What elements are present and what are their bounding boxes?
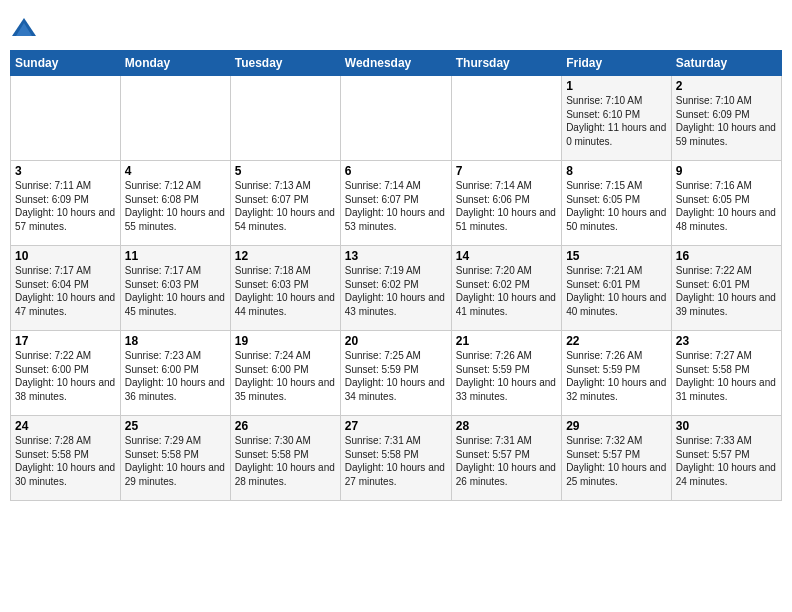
calendar-week-3: 10Sunrise: 7:17 AM Sunset: 6:04 PM Dayli… [11, 246, 782, 331]
calendar-cell: 26Sunrise: 7:30 AM Sunset: 5:58 PM Dayli… [230, 416, 340, 501]
logo-icon [10, 14, 38, 42]
calendar-cell [120, 76, 230, 161]
calendar-cell [340, 76, 451, 161]
day-number: 10 [15, 249, 116, 263]
day-number: 14 [456, 249, 557, 263]
day-info: Sunrise: 7:10 AM Sunset: 6:09 PM Dayligh… [676, 94, 777, 148]
day-info: Sunrise: 7:24 AM Sunset: 6:00 PM Dayligh… [235, 349, 336, 403]
calendar-header: SundayMondayTuesdayWednesdayThursdayFrid… [11, 51, 782, 76]
calendar-week-5: 24Sunrise: 7:28 AM Sunset: 5:58 PM Dayli… [11, 416, 782, 501]
day-info: Sunrise: 7:11 AM Sunset: 6:09 PM Dayligh… [15, 179, 116, 233]
calendar-body: 1Sunrise: 7:10 AM Sunset: 6:10 PM Daylig… [11, 76, 782, 501]
day-number: 16 [676, 249, 777, 263]
day-info: Sunrise: 7:31 AM Sunset: 5:58 PM Dayligh… [345, 434, 447, 488]
calendar-cell: 23Sunrise: 7:27 AM Sunset: 5:58 PM Dayli… [671, 331, 781, 416]
day-header-thursday: Thursday [451, 51, 561, 76]
day-number: 19 [235, 334, 336, 348]
day-info: Sunrise: 7:19 AM Sunset: 6:02 PM Dayligh… [345, 264, 447, 318]
day-info: Sunrise: 7:10 AM Sunset: 6:10 PM Dayligh… [566, 94, 667, 148]
day-number: 23 [676, 334, 777, 348]
calendar-table: SundayMondayTuesdayWednesdayThursdayFrid… [10, 50, 782, 501]
calendar-cell: 25Sunrise: 7:29 AM Sunset: 5:58 PM Dayli… [120, 416, 230, 501]
calendar-cell: 29Sunrise: 7:32 AM Sunset: 5:57 PM Dayli… [562, 416, 672, 501]
day-header-saturday: Saturday [671, 51, 781, 76]
day-header-wednesday: Wednesday [340, 51, 451, 76]
calendar-cell: 11Sunrise: 7:17 AM Sunset: 6:03 PM Dayli… [120, 246, 230, 331]
calendar-cell: 10Sunrise: 7:17 AM Sunset: 6:04 PM Dayli… [11, 246, 121, 331]
calendar-cell: 20Sunrise: 7:25 AM Sunset: 5:59 PM Dayli… [340, 331, 451, 416]
day-number: 30 [676, 419, 777, 433]
day-number: 22 [566, 334, 667, 348]
calendar-cell: 21Sunrise: 7:26 AM Sunset: 5:59 PM Dayli… [451, 331, 561, 416]
calendar-cell: 14Sunrise: 7:20 AM Sunset: 6:02 PM Dayli… [451, 246, 561, 331]
calendar-cell [230, 76, 340, 161]
calendar-cell: 4Sunrise: 7:12 AM Sunset: 6:08 PM Daylig… [120, 161, 230, 246]
calendar-cell: 9Sunrise: 7:16 AM Sunset: 6:05 PM Daylig… [671, 161, 781, 246]
day-number: 2 [676, 79, 777, 93]
day-number: 27 [345, 419, 447, 433]
calendar-cell: 8Sunrise: 7:15 AM Sunset: 6:05 PM Daylig… [562, 161, 672, 246]
day-info: Sunrise: 7:22 AM Sunset: 6:00 PM Dayligh… [15, 349, 116, 403]
calendar-cell: 30Sunrise: 7:33 AM Sunset: 5:57 PM Dayli… [671, 416, 781, 501]
day-info: Sunrise: 7:17 AM Sunset: 6:03 PM Dayligh… [125, 264, 226, 318]
day-number: 8 [566, 164, 667, 178]
calendar-cell [451, 76, 561, 161]
day-number: 28 [456, 419, 557, 433]
day-header-monday: Monday [120, 51, 230, 76]
day-info: Sunrise: 7:23 AM Sunset: 6:00 PM Dayligh… [125, 349, 226, 403]
day-number: 11 [125, 249, 226, 263]
calendar-week-1: 1Sunrise: 7:10 AM Sunset: 6:10 PM Daylig… [11, 76, 782, 161]
day-number: 13 [345, 249, 447, 263]
day-info: Sunrise: 7:13 AM Sunset: 6:07 PM Dayligh… [235, 179, 336, 233]
day-info: Sunrise: 7:27 AM Sunset: 5:58 PM Dayligh… [676, 349, 777, 403]
day-info: Sunrise: 7:30 AM Sunset: 5:58 PM Dayligh… [235, 434, 336, 488]
calendar-cell [11, 76, 121, 161]
calendar-cell: 15Sunrise: 7:21 AM Sunset: 6:01 PM Dayli… [562, 246, 672, 331]
calendar-cell: 3Sunrise: 7:11 AM Sunset: 6:09 PM Daylig… [11, 161, 121, 246]
calendar-week-2: 3Sunrise: 7:11 AM Sunset: 6:09 PM Daylig… [11, 161, 782, 246]
day-header-tuesday: Tuesday [230, 51, 340, 76]
calendar-cell: 27Sunrise: 7:31 AM Sunset: 5:58 PM Dayli… [340, 416, 451, 501]
day-info: Sunrise: 7:14 AM Sunset: 6:07 PM Dayligh… [345, 179, 447, 233]
day-number: 7 [456, 164, 557, 178]
day-info: Sunrise: 7:21 AM Sunset: 6:01 PM Dayligh… [566, 264, 667, 318]
day-info: Sunrise: 7:22 AM Sunset: 6:01 PM Dayligh… [676, 264, 777, 318]
day-info: Sunrise: 7:26 AM Sunset: 5:59 PM Dayligh… [566, 349, 667, 403]
calendar-cell: 24Sunrise: 7:28 AM Sunset: 5:58 PM Dayli… [11, 416, 121, 501]
day-number: 3 [15, 164, 116, 178]
day-info: Sunrise: 7:17 AM Sunset: 6:04 PM Dayligh… [15, 264, 116, 318]
calendar-cell: 16Sunrise: 7:22 AM Sunset: 6:01 PM Dayli… [671, 246, 781, 331]
calendar-cell: 22Sunrise: 7:26 AM Sunset: 5:59 PM Dayli… [562, 331, 672, 416]
day-number: 24 [15, 419, 116, 433]
day-info: Sunrise: 7:14 AM Sunset: 6:06 PM Dayligh… [456, 179, 557, 233]
day-info: Sunrise: 7:33 AM Sunset: 5:57 PM Dayligh… [676, 434, 777, 488]
calendar-cell: 5Sunrise: 7:13 AM Sunset: 6:07 PM Daylig… [230, 161, 340, 246]
day-info: Sunrise: 7:31 AM Sunset: 5:57 PM Dayligh… [456, 434, 557, 488]
day-info: Sunrise: 7:28 AM Sunset: 5:58 PM Dayligh… [15, 434, 116, 488]
logo [10, 14, 42, 42]
calendar-cell: 19Sunrise: 7:24 AM Sunset: 6:00 PM Dayli… [230, 331, 340, 416]
day-info: Sunrise: 7:32 AM Sunset: 5:57 PM Dayligh… [566, 434, 667, 488]
day-header-friday: Friday [562, 51, 672, 76]
day-number: 25 [125, 419, 226, 433]
day-info: Sunrise: 7:25 AM Sunset: 5:59 PM Dayligh… [345, 349, 447, 403]
day-info: Sunrise: 7:20 AM Sunset: 6:02 PM Dayligh… [456, 264, 557, 318]
day-number: 21 [456, 334, 557, 348]
calendar-cell: 13Sunrise: 7:19 AM Sunset: 6:02 PM Dayli… [340, 246, 451, 331]
day-number: 1 [566, 79, 667, 93]
day-number: 20 [345, 334, 447, 348]
calendar-cell: 6Sunrise: 7:14 AM Sunset: 6:07 PM Daylig… [340, 161, 451, 246]
day-number: 4 [125, 164, 226, 178]
calendar-cell: 2Sunrise: 7:10 AM Sunset: 6:09 PM Daylig… [671, 76, 781, 161]
page-header [10, 10, 782, 42]
calendar-cell: 17Sunrise: 7:22 AM Sunset: 6:00 PM Dayli… [11, 331, 121, 416]
day-number: 18 [125, 334, 226, 348]
calendar-cell: 1Sunrise: 7:10 AM Sunset: 6:10 PM Daylig… [562, 76, 672, 161]
day-info: Sunrise: 7:18 AM Sunset: 6:03 PM Dayligh… [235, 264, 336, 318]
day-info: Sunrise: 7:16 AM Sunset: 6:05 PM Dayligh… [676, 179, 777, 233]
day-number: 29 [566, 419, 667, 433]
day-number: 15 [566, 249, 667, 263]
day-number: 26 [235, 419, 336, 433]
day-number: 5 [235, 164, 336, 178]
day-info: Sunrise: 7:29 AM Sunset: 5:58 PM Dayligh… [125, 434, 226, 488]
